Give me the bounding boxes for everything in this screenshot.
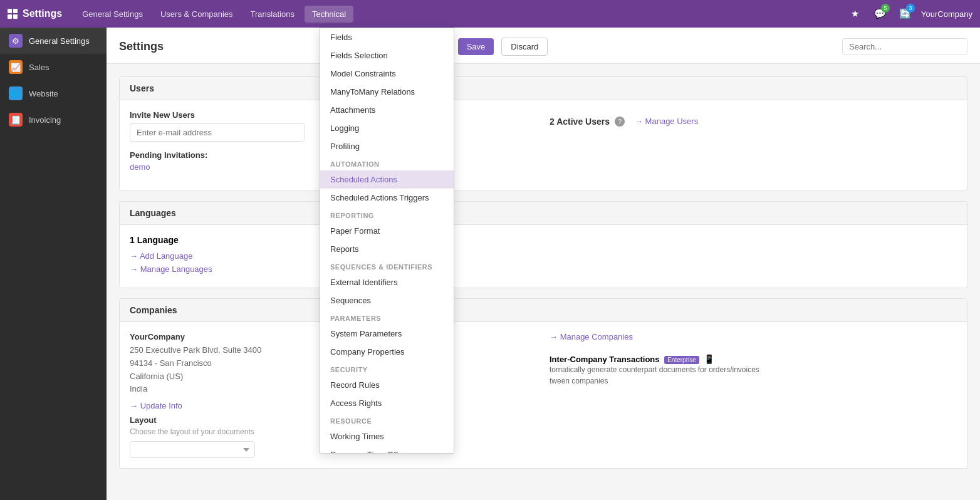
company-name[interactable]: YourCompany <box>921 9 972 19</box>
page-title: Settings <box>119 40 164 53</box>
main-layout: ⚙ General Settings 📈 Sales 🌐 Website 🧾 I… <box>0 28 980 500</box>
languages-section-body: 1 Language Add Language Manage Languages <box>120 225 967 288</box>
companies-section-body: YourCompany 250 Executive Park Blvd, Sui… <box>120 322 967 468</box>
addr-line4: India <box>130 384 147 393</box>
star-icon[interactable]: ★ <box>846 5 863 23</box>
grid-icon <box>8 9 18 19</box>
dropdown-item-record-rules[interactable]: Record Rules <box>320 376 454 394</box>
parameters-section-header: Parameters <box>320 310 454 325</box>
reporting-section-header: Reporting <box>320 207 454 222</box>
companies-section-header: Companies <box>120 299 967 322</box>
nav-translations[interactable]: Translations <box>243 6 302 23</box>
languages-section-header: Languages <box>120 202 967 225</box>
dropdown-item-resource-time-off[interactable]: Resource Time Off <box>320 445 454 454</box>
nav-general-settings[interactable]: General Settings <box>75 6 150 23</box>
gear-icon: ⚙ <box>9 34 23 48</box>
dropdown-item-sequences[interactable]: Sequences <box>320 291 454 310</box>
dropdown-item-scheduled-actions[interactable]: Scheduled Actions <box>320 170 454 189</box>
automation-section-header: Automation <box>320 155 454 170</box>
enterprise-badge: Enterprise <box>664 356 699 364</box>
manage-companies-link[interactable]: Manage Companies <box>550 332 633 341</box>
chart-icon: 📈 <box>9 60 23 74</box>
sidebar-item-label: Sales <box>29 63 50 72</box>
addr-line1: 250 Executive Park Blvd, Suite 3400 <box>130 345 261 355</box>
top-nav: General Settings Users & Companies Trans… <box>75 6 846 23</box>
sidebar-item-invoicing[interactable]: 🧾 Invoicing <box>0 107 107 133</box>
mobile-icon: 📱 <box>704 354 714 364</box>
sidebar-item-website[interactable]: 🌐 Website <box>0 80 107 107</box>
add-language-link[interactable]: Add Language <box>130 251 957 261</box>
sidebar-item-sales[interactable]: 📈 Sales <box>0 54 107 80</box>
sequences-section-header: Sequences & Identifiers <box>320 258 454 273</box>
help-icon[interactable]: ? <box>615 117 625 127</box>
dropdown-item-attachments[interactable]: Attachments <box>320 101 454 119</box>
dropdown-item-fields[interactable]: Fields <box>320 28 454 46</box>
invoice-icon: 🧾 <box>9 113 23 127</box>
resource-section-header: Resource <box>320 412 454 427</box>
updates-icon[interactable]: 🔄 3 <box>896 5 914 23</box>
content-area: Settings Save Discard Users Invite New U… <box>107 28 980 500</box>
dropdown-item-external-identifiers[interactable]: External Identifiers <box>320 273 454 291</box>
inter-company-desc: tomatically generate counterpart documen… <box>550 364 957 387</box>
discard-button[interactable]: Discard <box>501 38 548 56</box>
users-right: 2 Active Users ? Manage Users <box>550 110 957 180</box>
language-count: 1 Language <box>130 235 957 245</box>
sidebar-item-label: General Settings <box>29 36 90 46</box>
languages-section: Languages 1 Language Add Language Manage… <box>119 201 967 288</box>
topbar-right: ★ 💬 5 🔄 3 YourCompany <box>846 5 972 23</box>
manage-languages-link[interactable]: Manage Languages <box>130 264 957 274</box>
invite-email-input[interactable] <box>130 123 305 142</box>
companies-two-col: YourCompany 250 Executive Park Blvd, Sui… <box>130 332 957 425</box>
company-right: Manage Companies Inter-Company Transacti… <box>550 332 957 425</box>
inter-company-desc1: tomatically generate counterpart documen… <box>550 364 957 375</box>
doc-layout-row: Choose the layout of your documents <box>130 427 957 458</box>
technical-dropdown: Fields Fields Selection Model Constraint… <box>320 28 454 454</box>
users-section-header: Users <box>120 77 967 100</box>
dropdown-item-company-properties[interactable]: Company Properties <box>320 343 454 361</box>
layout-select[interactable] <box>130 441 255 458</box>
dropdown-item-logging[interactable]: Logging <box>320 119 454 137</box>
active-users-count: 2 Active Users <box>550 117 610 127</box>
dropdown-item-manytomany[interactable]: ManyToMany Relations <box>320 83 454 101</box>
doc-layout-desc: Choose the layout of your documents <box>130 427 957 436</box>
save-button[interactable]: Save <box>458 38 494 55</box>
updates-badge: 3 <box>906 4 915 13</box>
topbar: Settings General Settings Users & Compan… <box>0 0 980 28</box>
settings-header: Settings Save Discard <box>107 28 980 64</box>
chat-badge: 5 <box>881 4 890 13</box>
sidebar-item-label: Invoicing <box>29 115 61 125</box>
dropdown-item-working-times[interactable]: Working Times <box>320 427 454 445</box>
addr-line3: California (US) <box>130 372 183 381</box>
dropdown-item-access-rights[interactable]: Access Rights <box>320 394 454 412</box>
security-section-header: Security <box>320 361 454 376</box>
dropdown-item-model-constraints[interactable]: Model Constraints <box>320 65 454 83</box>
users-two-col: Invite New Users Pending Invitations: de… <box>130 110 957 180</box>
app-title: Settings <box>23 8 62 19</box>
companies-section: Companies YourCompany 250 Executive Park… <box>119 298 967 469</box>
users-section-body: Invite New Users Pending Invitations: de… <box>120 100 967 190</box>
document-layout-label: Layout <box>130 415 157 425</box>
globe-icon: 🌐 <box>9 86 23 100</box>
inter-company-desc2: tween companies <box>550 375 957 387</box>
app-logo[interactable]: Settings <box>8 8 62 19</box>
sidebar-item-general-settings[interactable]: ⚙ General Settings <box>0 28 107 54</box>
chat-icon[interactable]: 💬 5 <box>871 5 889 23</box>
addr-line2: 94134 - San Francisco <box>130 358 212 368</box>
dropdown-item-system-parameters[interactable]: System Parameters <box>320 325 454 343</box>
manage-users-link[interactable]: Manage Users <box>635 117 698 126</box>
settings-content: Users Invite New Users Pending Invitatio… <box>107 64 980 491</box>
dropdown-item-paper-format[interactable]: Paper Format <box>320 222 454 240</box>
dropdown-item-scheduled-actions-triggers[interactable]: Scheduled Actions Triggers <box>320 189 454 207</box>
nav-technical[interactable]: Technical <box>305 6 353 23</box>
dropdown-item-profiling[interactable]: Profiling <box>320 137 454 155</box>
sidebar: ⚙ General Settings 📈 Sales 🌐 Website 🧾 I… <box>0 28 107 500</box>
nav-users-companies[interactable]: Users & Companies <box>153 6 241 23</box>
dropdown-item-reports[interactable]: Reports <box>320 240 454 258</box>
sidebar-item-label: Website <box>29 89 58 98</box>
search-input[interactable] <box>842 38 967 55</box>
inter-company-title: Inter-Company Transactions <box>550 355 660 364</box>
users-section: Users Invite New Users Pending Invitatio… <box>119 76 967 191</box>
dropdown-item-fields-selection[interactable]: Fields Selection <box>320 46 454 65</box>
